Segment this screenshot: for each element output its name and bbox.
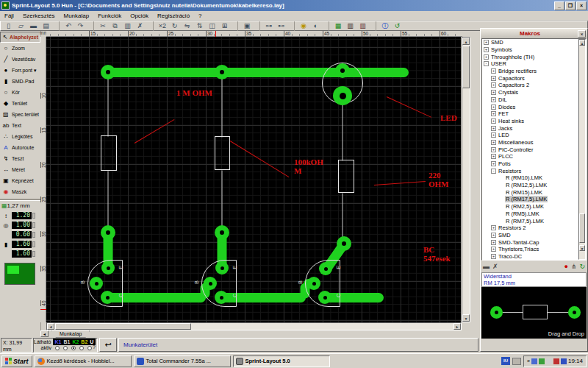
horizontal-scroll-thumb[interactable] [55, 323, 191, 330]
tree-item-label[interactable]: R (RM17,5).LMK [505, 196, 548, 202]
scroll-right-button[interactable]: ► [453, 323, 461, 330]
tree-scrollbar[interactable]: ▲ ▼ [578, 39, 586, 260]
macro-tree-item[interactable]: + Diodes [482, 103, 586, 110]
tree-expander-icon[interactable]: + [491, 105, 496, 110]
width-value[interactable]: 1.00 [12, 222, 32, 229]
transistor-outline[interactable]: E B C [201, 260, 237, 307]
layer-radio[interactable] [63, 346, 68, 350]
tray-icon[interactable] [539, 358, 545, 364]
toolbar-button[interactable]: ↷ [74, 21, 87, 31]
tree-item-label[interactable]: R (RM10).LMK [505, 174, 543, 181]
layer-radio[interactable] [87, 346, 92, 350]
tree-expander-icon[interactable]: + [491, 118, 496, 124]
sheet-tab-munkalap[interactable]: Munkalap [51, 330, 90, 338]
tool-dropdown-arrow[interactable]: ▾ [34, 68, 37, 74]
toolbar-button[interactable]: ▤ [40, 21, 52, 31]
toolbar-button[interactable]: ⓘ [376, 21, 391, 31]
tree-expander-icon[interactable]: + [491, 147, 496, 152]
toolbar-button[interactable]: ▥ [356, 21, 369, 31]
tree-item-label[interactable]: Jacks [498, 125, 513, 132]
macro-tree-item[interactable]: - Resistors [482, 167, 586, 174]
vertical-scroll-thumb[interactable] [462, 46, 470, 88]
macro-tool-button[interactable]: ↻ [579, 263, 585, 270]
tree-expander-icon[interactable]: + [491, 132, 496, 138]
tree-item-label[interactable]: R (RM7,5).LMK [505, 218, 545, 224]
tray-icon[interactable] [546, 358, 552, 364]
tree-item-label[interactable]: R (RM12,5).LMK [505, 182, 548, 188]
macro-tree-item[interactable]: + SMD [482, 232, 586, 239]
toolbar-button[interactable]: ▬ [27, 21, 40, 31]
tree-item-label[interactable]: Traco-DC [498, 253, 523, 260]
layer-tab[interactable]: U [89, 339, 95, 344]
macro-tree-item[interactable]: + Heat sinks [482, 118, 586, 125]
solder-pad[interactable] [101, 225, 115, 240]
macro-tree-item[interactable]: R (RM7,5).LMK [482, 217, 586, 224]
sidebar-tool[interactable]: ↔ Méret [0, 164, 40, 175]
toolbar-button[interactable]: ⊶ [259, 21, 275, 31]
tree-item-label[interactable]: Potis [498, 160, 512, 167]
toolbar-button[interactable]: ▥ [121, 21, 134, 31]
layer-radio[interactable] [55, 346, 60, 350]
tree-expander-icon[interactable]: + [491, 154, 496, 159]
toolbar-button[interactable]: ◉ [294, 21, 309, 31]
width-spinner[interactable] [32, 232, 35, 238]
macro-tree-item[interactable]: + Capacitors 2 [482, 82, 586, 89]
macro-tool-button[interactable]: ⋔ [571, 263, 577, 270]
photo-mode-button[interactable]: ↩ [99, 338, 117, 352]
tray-icon[interactable] [553, 358, 559, 364]
solder-pad[interactable] [101, 65, 115, 79]
macro-tree-item[interactable]: R (RM5).LMK [482, 210, 586, 218]
tree-item-label[interactable]: FET [498, 110, 509, 117]
tree-item-label[interactable]: Thyristors,Triacs [498, 246, 539, 252]
solder-pad[interactable] [333, 86, 352, 105]
width-value[interactable]: 1.60 [12, 250, 32, 258]
macro-tree-item[interactable]: R (RM15).LMK [482, 188, 586, 196]
toolbar-button[interactable]: ▣ [237, 21, 253, 31]
macro-tree-item[interactable]: + Miscellaneous [482, 139, 586, 146]
layer-tab[interactable]: K2 [71, 339, 80, 344]
pcb-canvas[interactable]: E B C E B C E B C 1 M OHM100kOH MLED220 … [46, 37, 461, 322]
tree-item-label[interactable]: R (RM5).LMK [505, 210, 540, 217]
toolbar-button[interactable]: ▦ [329, 21, 344, 31]
sidebar-tool[interactable]: ∴ Légkötés [0, 131, 40, 142]
menu-item[interactable]: Funkciók [93, 12, 126, 20]
sidebar-tool[interactable]: A Autoroute [0, 142, 40, 153]
tree-expander-icon[interactable]: + [491, 161, 496, 166]
sidebar-tool[interactable]: ↖ Alaphelyzet [0, 32, 40, 43]
toolbar-button[interactable]: ⇅ [193, 21, 206, 31]
layer-tab[interactable]: B1 [62, 339, 71, 344]
tree-item-label[interactable]: Resistors [498, 168, 522, 174]
annotation-text[interactable]: 220 OHM [429, 171, 449, 188]
iu-icon[interactable]: IU [501, 357, 510, 365]
macro-tree-item[interactable]: + Resistors 2 [482, 224, 586, 232]
macro-tree-item[interactable]: + Throughhole (TH) [482, 53, 586, 60]
menu-item[interactable]: Opciók [126, 12, 153, 20]
close-button[interactable]: × [576, 1, 587, 10]
tree-expander-icon[interactable]: + [491, 76, 496, 81]
toolbar-button[interactable]: ↶ [59, 21, 74, 31]
menu-item[interactable]: Regisztráció [153, 12, 194, 20]
tree-expander-icon[interactable]: + [491, 233, 496, 238]
toolbar-button[interactable]: ⇋ [181, 21, 193, 31]
sidebar-tool[interactable]: ▨ Spec.terület [0, 109, 40, 120]
tree-item-label[interactable]: Throughhole (TH) [490, 54, 535, 60]
resistor-outline[interactable] [101, 135, 117, 171]
tree-expander-icon[interactable]: - [484, 61, 489, 66]
tree-expander-icon[interactable]: + [491, 111, 496, 116]
sidebar-tool[interactable]: ▣ Képnézet [0, 175, 40, 186]
layer-radio[interactable] [79, 346, 84, 350]
sidebar-tool[interactable]: ◆ Terület [0, 98, 40, 109]
macro-panel-titlebar[interactable]: Makros × [481, 29, 587, 38]
macro-tree-item[interactable]: + Potis [482, 160, 586, 168]
sidebar-tool[interactable]: ▮ SMD-Pad [0, 76, 40, 87]
minimize-button[interactable]: _ [554, 1, 564, 10]
toolbar-button[interactable]: ✂ [93, 21, 109, 31]
taskbar-task-button[interactable]: Total Commander 7.55a ... [134, 355, 231, 367]
tree-item-label[interactable]: SMD-Tantal-Cap [498, 239, 539, 246]
tree-item-label[interactable]: Resistors 2 [498, 224, 527, 231]
width-spinner[interactable] [32, 222, 35, 228]
scroll-up-button[interactable]: ▲ [462, 38, 470, 45]
tree-item-label[interactable]: Capacitors [498, 75, 526, 82]
tree-item-label[interactable]: Symbols [490, 46, 513, 53]
start-button[interactable]: Start [1, 355, 32, 367]
